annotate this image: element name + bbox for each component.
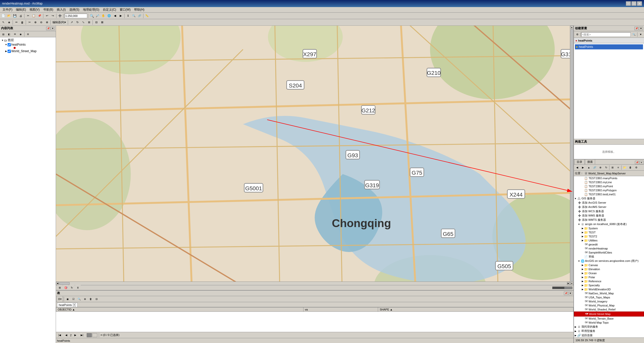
table-zoom-selected[interactable]: 🔍 xyxy=(76,296,82,302)
measure-button[interactable]: 📏 xyxy=(144,13,150,19)
tab-catalog[interactable]: 目录 xyxy=(574,159,585,164)
scroll-up-button[interactable]: ▲ xyxy=(570,26,573,29)
tree-item-elevation[interactable]: ▶ 📁 Elevation xyxy=(574,267,644,271)
catalog-properties[interactable]: ⚙ xyxy=(633,165,639,170)
tree-item-add-arcgis[interactable]: ➕ 添加 ArcGIS Server xyxy=(574,201,644,205)
catalog-up-button[interactable]: ▲ xyxy=(586,165,592,170)
zoom-next-button[interactable]: ▶ xyxy=(118,13,124,19)
refresh-button[interactable]: ↻ xyxy=(69,285,75,291)
first-page-button[interactable]: |◀ xyxy=(57,332,63,338)
zoom-in-button[interactable]: 🔍 xyxy=(89,13,95,19)
reference-expand-icon[interactable]: ▶ xyxy=(581,280,584,283)
tree-item-ocean[interactable]: ▶ 📁 Ocean xyxy=(574,271,644,275)
catalog-disconnect-button[interactable]: ⊗ xyxy=(598,165,603,170)
tree-item-add-wms[interactable]: ➕ 添加 WMS 服务器 xyxy=(574,213,644,218)
tree-item-ready-services[interactable]: ▶ 🖥 即用型服务 xyxy=(574,329,644,333)
tab-search[interactable]: 搜索 xyxy=(585,159,595,164)
scale-tool[interactable]: ⤡ xyxy=(80,20,86,25)
close-button[interactable]: ✕ xyxy=(637,1,642,6)
table-view-btn1[interactable] xyxy=(87,333,92,337)
menu-insert[interactable]: 插入(I) xyxy=(55,7,67,12)
cf-feature-item[interactable]: ● heatPoints xyxy=(575,44,643,49)
move-tool[interactable]: ⊞ xyxy=(86,20,92,25)
menu-edit[interactable]: 编辑(E) xyxy=(14,7,27,12)
map-scrollbar-h[interactable]: ◀ ▶ xyxy=(56,282,570,285)
map-container[interactable]: G5001 G319 G75 G65 S105 X297 S204 xyxy=(56,26,573,285)
utilities-expand-icon[interactable]: ▶ xyxy=(581,239,584,242)
tree-item-testline01[interactable]: 📋 TEST.DBO.testLine01 xyxy=(574,192,644,196)
redo-button[interactable]: ↪ xyxy=(50,13,55,19)
worldstreetmap-visibility[interactable] xyxy=(8,50,11,53)
toc-list-by-source[interactable]: ◧ xyxy=(6,32,12,37)
cf-options-button[interactable]: ⚙ xyxy=(574,32,580,37)
overview-button[interactable]: ⊞ xyxy=(57,285,63,291)
sketch-tool[interactable]: ✏ xyxy=(14,20,19,25)
scroll-thumb-v[interactable] xyxy=(571,29,573,282)
tree-item-worldstreetmap[interactable]: ▶ 🗺 World Street Map xyxy=(574,311,644,317)
table-select-all[interactable]: ◉ xyxy=(65,296,70,302)
catalog-close-button[interactable]: ✕ xyxy=(639,161,643,164)
prev-page-button[interactable]: ◀ xyxy=(64,332,69,338)
col-objectid[interactable]: OBJECTID ▲ xyxy=(56,307,303,312)
toc-layers-group[interactable]: ▼ 🗂 图层 xyxy=(1,38,55,43)
elevation-expand-icon[interactable]: ▶ xyxy=(581,268,584,271)
menu-bookmarks[interactable]: 书签(B) xyxy=(42,7,55,12)
trace-expand-icon[interactable]: ▶ xyxy=(574,334,577,337)
heatpoints-expand-icon[interactable]: ▼ xyxy=(5,43,8,46)
tree-item-myline[interactable]: 📋 TEST.DBO.myLine xyxy=(574,180,644,184)
heatpoints-tab[interactable]: heatPoints ✕ xyxy=(57,303,78,307)
col-va[interactable]: va xyxy=(303,307,378,312)
copy-features[interactable]: ⊗ xyxy=(44,20,50,25)
tree-item-add-arcims[interactable]: ➕ 添加 ArcIMS Server xyxy=(574,205,644,209)
zoom-out-button[interactable]: 🔎 xyxy=(95,13,100,19)
tree-item-polar[interactable]: ▶ 📁 Polar xyxy=(574,275,644,279)
arcgisonline-expand-icon[interactable]: ▼ xyxy=(577,260,580,263)
worldstreetmap-expand-icon[interactable]: ▶ xyxy=(5,50,8,53)
open-button[interactable]: 📂 xyxy=(6,13,12,19)
catalog-pin-button[interactable]: 📌 xyxy=(635,161,639,164)
tree-item-arcgisonline[interactable]: ▼ 🌐 ArcGIS on services.arcgisonline.com … xyxy=(574,259,644,263)
toc-worldstreetmap-layer[interactable]: ▶ World_Street_Map xyxy=(1,49,55,53)
toc-list-by-selection[interactable]: ◉ xyxy=(18,32,23,37)
table-move-up[interactable]: ⊟ xyxy=(94,296,99,302)
tree-item-draft[interactable]: ▶ 📄 草稿 xyxy=(574,255,644,259)
save-button[interactable]: 💾 xyxy=(12,13,18,19)
layers-expand-icon[interactable]: ▼ xyxy=(1,39,4,42)
canvas-expand-icon[interactable]: ▶ xyxy=(581,264,584,267)
tree-item-test2[interactable]: ▶ 📁 TEST2 xyxy=(574,234,644,238)
table-clear-selection[interactable]: ⊗ xyxy=(82,296,88,302)
select-tool-2[interactable]: ↗ xyxy=(69,20,74,25)
tree-item-worldphysical[interactable]: ▶ 🗺 World_Physical_Map xyxy=(574,303,644,307)
tree-item-geoedit[interactable]: ▶ 🗺 geoedit xyxy=(574,242,644,246)
system-expand-icon[interactable]: ▶ xyxy=(581,227,584,230)
specialty-expand-icon[interactable]: ▶ xyxy=(581,284,584,287)
table-tab-close[interactable]: ✕ xyxy=(73,303,76,306)
ocean-expand-icon[interactable]: ▶ xyxy=(581,272,584,275)
full-extent-button[interactable]: 🌐 xyxy=(106,13,112,19)
toc-close-button[interactable]: ✕ xyxy=(51,27,55,30)
catalog-forward-button[interactable]: ▶ xyxy=(580,165,586,170)
catalog-back-button[interactable]: ◀ xyxy=(574,165,580,170)
menu-help[interactable]: 帮助(H) xyxy=(133,7,146,12)
catalog-small-icons[interactable]: ≡ xyxy=(616,165,621,170)
clip-tool[interactable]: ✂ xyxy=(27,20,32,25)
worldelevation3d-expand-icon[interactable]: ▶ xyxy=(581,288,584,291)
col-shape[interactable]: SHAPE ▲ xyxy=(378,307,573,312)
tree-item-mypoint[interactable]: 📋 TEST.DBO.myPoint xyxy=(574,184,644,188)
catalog-refresh-button[interactable]: ↻ xyxy=(603,165,609,170)
edit-tool[interactable]: ↖ xyxy=(1,20,6,25)
tree-item-sampleworldcities[interactable]: ▶ 🗺 SampleWorldCities xyxy=(574,251,644,255)
tree-item-reference[interactable]: ▶ 📁 Reference xyxy=(574,279,644,283)
pan-to-button[interactable]: 🎯 xyxy=(63,285,69,291)
tree-item-localhost[interactable]: ▼ 🖥 arcgis on localhost_6080 (发布者) xyxy=(574,222,644,226)
hosted-expand-icon[interactable]: ▶ xyxy=(574,325,577,328)
heatpoints-visibility[interactable] xyxy=(8,43,11,46)
menu-view[interactable]: 视图(V) xyxy=(28,7,41,12)
merge-tool[interactable]: ⊕ xyxy=(33,20,38,25)
catalog-new-folder[interactable]: 📁 xyxy=(622,165,627,170)
toc-pin-button[interactable]: 📌 xyxy=(46,27,50,30)
new-button[interactable]: 📄 xyxy=(1,13,6,19)
scroll-left-button[interactable]: ◀ xyxy=(56,282,59,285)
toc-list-by-drawing-order[interactable]: ▤ xyxy=(1,32,6,37)
catalog-connect-button[interactable]: 🔗 xyxy=(592,165,597,170)
